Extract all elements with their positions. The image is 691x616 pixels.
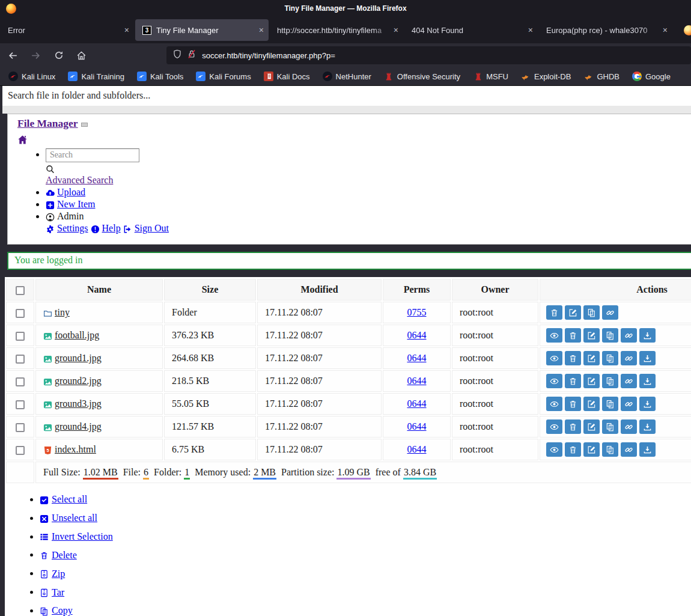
- search-input[interactable]: [46, 148, 139, 162]
- url-text[interactable]: soccer.htb/tiny/tinyfilemanager.php?p=: [202, 51, 335, 60]
- forward-button[interactable]: [26, 47, 46, 64]
- perms-link[interactable]: 0644: [407, 421, 427, 432]
- settings-link[interactable]: Settings: [46, 223, 88, 233]
- search-files-banner[interactable]: Search file in folder and subfolders...: [2, 86, 691, 106]
- edit-button[interactable]: [583, 351, 600, 365]
- close-icon[interactable]: ×: [124, 25, 129, 35]
- view-button[interactable]: [546, 374, 562, 388]
- copy-button[interactable]: [583, 305, 600, 320]
- link-button[interactable]: [621, 442, 637, 457]
- file-link[interactable]: ground2.jpg: [55, 376, 102, 386]
- file-link[interactable]: ground3.jpg: [55, 398, 102, 409]
- reload-button[interactable]: [49, 47, 68, 64]
- view-button[interactable]: [546, 419, 562, 434]
- edit-button[interactable]: [583, 419, 600, 434]
- view-button[interactable]: [546, 397, 562, 411]
- file-link[interactable]: index.html: [55, 444, 96, 454]
- perms-link[interactable]: 0644: [407, 376, 427, 386]
- edit-button[interactable]: [583, 397, 600, 411]
- link-button[interactable]: [621, 351, 637, 365]
- delete-selected-link[interactable]: Delete: [40, 549, 77, 560]
- tab-soccer-url[interactable]: http://soccer.htb/tiny/tinyfilema ×: [270, 19, 403, 41]
- invert-selection-link[interactable]: Invert Selection: [40, 531, 113, 542]
- help-link[interactable]: Help: [91, 223, 121, 233]
- back-button[interactable]: [4, 47, 23, 64]
- new-item-link[interactable]: New Item: [46, 199, 96, 209]
- select-all-checkbox[interactable]: [16, 286, 25, 295]
- file-manager-title-link[interactable]: File Manager: [17, 117, 78, 129]
- bookmark-nethunter[interactable]: NetHunter: [323, 72, 371, 81]
- url-bar[interactable]: soccer.htb/tiny/tinyfilemanager.php?p=: [166, 46, 691, 64]
- view-button[interactable]: [546, 442, 562, 457]
- delete-button[interactable]: [546, 305, 562, 320]
- link-button[interactable]: [621, 397, 637, 411]
- file-link[interactable]: ground1.jpg: [55, 353, 102, 363]
- bookmark-kali-docs[interactable]: Kali Docs: [264, 72, 310, 81]
- edit-button[interactable]: [583, 328, 600, 343]
- row-checkbox[interactable]: [16, 423, 25, 432]
- copy-button[interactable]: [602, 419, 618, 434]
- search-icon[interactable]: [46, 163, 55, 173]
- file-link[interactable]: ground4.jpg: [55, 421, 102, 432]
- perms-link[interactable]: 0644: [407, 444, 427, 454]
- tab-error[interactable]: Error ×: [1, 19, 134, 41]
- perms-link[interactable]: 0755: [407, 307, 427, 317]
- tar-link[interactable]: Tar: [40, 587, 64, 597]
- select-all-link[interactable]: Select all: [40, 494, 87, 505]
- copy-selected-link[interactable]: Copy: [40, 605, 73, 616]
- bookmark-msfu[interactable]: MSFU: [473, 72, 508, 81]
- delete-button[interactable]: [565, 328, 581, 343]
- perms-link[interactable]: 0644: [407, 398, 427, 409]
- delete-button[interactable]: [565, 397, 581, 411]
- row-checkbox[interactable]: [16, 400, 25, 409]
- delete-button[interactable]: [565, 351, 581, 365]
- bookmark-google[interactable]: Google: [632, 72, 671, 81]
- copy-button[interactable]: [602, 351, 618, 365]
- perms-link[interactable]: 0644: [407, 330, 427, 340]
- link-button[interactable]: [621, 328, 637, 343]
- bookmark-kali-training[interactable]: Kali Training: [68, 72, 124, 81]
- edit-button[interactable]: [583, 374, 600, 388]
- bookmark-exploit-db[interactable]: Exploit-DB: [521, 72, 571, 81]
- close-icon[interactable]: ×: [528, 25, 533, 35]
- file-link[interactable]: football.jpg: [55, 330, 99, 340]
- view-button[interactable]: [546, 351, 562, 365]
- bookmark-ghdb[interactable]: GHDB: [583, 72, 619, 81]
- shield-icon[interactable]: [172, 49, 182, 61]
- advanced-search-link[interactable]: Advanced Search: [46, 175, 113, 185]
- row-checkbox[interactable]: [16, 377, 25, 386]
- download-button[interactable]: [639, 351, 656, 365]
- close-icon[interactable]: ×: [259, 25, 264, 35]
- tab-404-not-found[interactable]: 404 Not Found ×: [404, 19, 538, 41]
- bookmark-offensive-security[interactable]: Offensive Security: [384, 72, 460, 81]
- upload-link[interactable]: Upload: [46, 187, 85, 197]
- copy-button[interactable]: [602, 374, 618, 388]
- perms-link[interactable]: 0644: [407, 353, 427, 363]
- insecure-lock-icon[interactable]: [187, 49, 196, 61]
- sign-out-link[interactable]: Sign Out: [123, 223, 169, 233]
- edit-button[interactable]: [583, 442, 600, 457]
- edit-button[interactable]: [565, 305, 581, 320]
- download-button[interactable]: [639, 374, 656, 388]
- tab-tiny-file-manager[interactable]: 3 Tiny File Manager ×: [135, 19, 269, 41]
- download-button[interactable]: [639, 419, 656, 434]
- copy-button[interactable]: [602, 442, 618, 457]
- file-link[interactable]: tiny: [55, 307, 70, 317]
- copy-button[interactable]: [602, 397, 618, 411]
- home-directory-link[interactable]: [17, 133, 28, 145]
- delete-button[interactable]: [565, 419, 581, 434]
- view-button[interactable]: [546, 328, 562, 343]
- download-button[interactable]: [639, 328, 656, 343]
- copy-button[interactable]: [602, 328, 618, 343]
- delete-button[interactable]: [565, 374, 581, 388]
- row-checkbox[interactable]: [16, 332, 25, 341]
- row-checkbox[interactable]: [16, 355, 25, 364]
- link-button[interactable]: [621, 419, 637, 434]
- close-icon[interactable]: ×: [394, 25, 398, 35]
- delete-button[interactable]: [565, 442, 581, 457]
- tab-europa-php-rce[interactable]: Europa(php rce) - whale3070 ×: [539, 19, 672, 41]
- link-button[interactable]: [602, 305, 618, 320]
- download-button[interactable]: [639, 442, 656, 457]
- next-tab-favicon[interactable]: [684, 25, 691, 35]
- bookmark-kali-forums[interactable]: Kali Forums: [196, 72, 251, 81]
